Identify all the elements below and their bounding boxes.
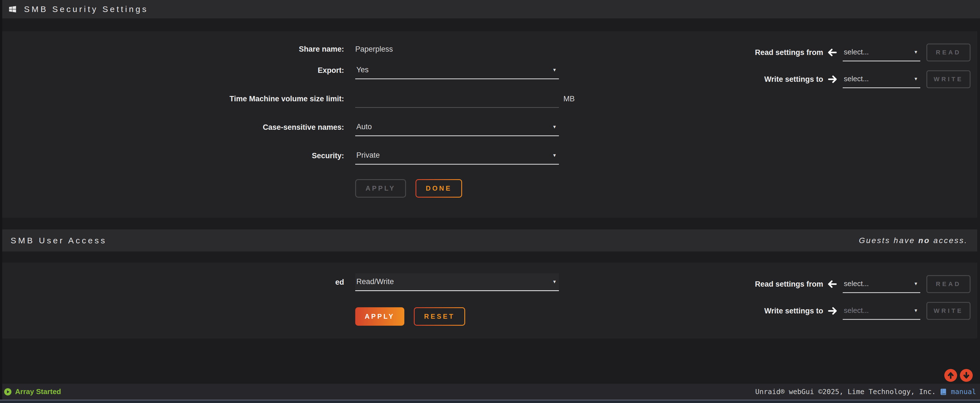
read-settings-select-value: select... (844, 48, 869, 56)
copyright-text: Unraid® webGui ©2025, Lime Technology, I… (755, 388, 935, 396)
page-title: SMB Security Settings (24, 5, 148, 14)
share-name-label: Share name: (2, 45, 344, 54)
read-settings-row: Read settings from select... ▼ READ (755, 43, 970, 61)
footer-credits: Unraid® webGui ©2025, Lime Technology, I… (755, 388, 976, 396)
write-button[interactable]: WRITE (926, 302, 970, 320)
user-access-title: SMB User Access (11, 236, 107, 245)
security-row: Security: Private ▼ (2, 147, 977, 165)
done-button[interactable]: DONE (415, 179, 462, 198)
settings-transfer-controls-bottom: Read settings from select... ▼ READ Writ… (755, 275, 970, 320)
smb-user-access-titlebar: SMB User Access Guests have no access. (2, 229, 977, 252)
arrow-right-icon (828, 75, 837, 84)
write-settings-select-value: select... (844, 306, 869, 315)
manual-link[interactable]: manual (951, 388, 976, 396)
write-settings-select[interactable]: select... ▼ (843, 302, 920, 320)
array-status: Array Started (4, 387, 61, 396)
settings-transfer-controls-top: Read settings from select... ▼ READ Writ… (755, 43, 970, 88)
guests-note-pre: Guests have (859, 236, 918, 245)
user-ed-access-value: Read/Write (356, 277, 394, 286)
chevron-down-icon: ▼ (913, 282, 918, 286)
write-settings-label: Write settings to (764, 75, 823, 84)
play-circle-icon (4, 388, 12, 396)
export-select-value: Yes (356, 65, 369, 74)
read-settings-select-value: select... (844, 279, 869, 288)
case-sensitive-select-value: Auto (356, 123, 372, 131)
security-select[interactable]: Private ▼ (355, 147, 559, 165)
write-settings-label: Write settings to (764, 307, 823, 315)
arrow-left-icon (828, 48, 837, 57)
bottom-edge-bar (0, 400, 980, 403)
array-status-text: Array Started (15, 387, 61, 396)
status-footer: Array Started Unraid® webGui ©2025, Lime… (0, 384, 980, 400)
chevron-down-icon: ▼ (552, 280, 557, 284)
security-buttons-row: APPLY DONE (355, 179, 977, 198)
chevron-down-icon: ▼ (913, 77, 918, 81)
read-settings-select[interactable]: select... ▼ (843, 43, 920, 61)
time-machine-field (355, 90, 559, 108)
smb-user-access-panel: ed Read/Write ▼ APPLY RESET Read setting… (2, 263, 977, 339)
scroll-to-bottom-button[interactable] (960, 369, 973, 382)
read-settings-label: Read settings from (755, 280, 823, 288)
share-name-value: Paperpless (355, 40, 559, 58)
security-select-value: Private (356, 151, 380, 159)
time-machine-label: Time Machine volume size limit: (2, 95, 344, 103)
arrow-down-icon (962, 371, 970, 379)
case-sensitive-row: Case-sensitive names: Auto ▼ (2, 118, 977, 136)
user-ed-access-select[interactable]: Read/Write ▼ (355, 273, 559, 291)
book-icon (940, 388, 947, 395)
chevron-down-icon: ▼ (913, 50, 918, 54)
smb-security-settings-titlebar: SMB Security Settings (0, 0, 980, 18)
user-ed-label: ed (2, 278, 344, 287)
windows-smb-icon (8, 5, 17, 13)
apply-button[interactable]: APPLY (355, 307, 404, 326)
export-label: Export: (2, 66, 344, 75)
page-left-edge (0, 0, 2, 400)
scroll-controls (944, 369, 973, 382)
guests-access-note: Guests have no access. (859, 236, 968, 245)
security-label: Security: (2, 151, 344, 160)
arrow-right-icon (828, 306, 837, 315)
read-button[interactable]: READ (926, 43, 970, 61)
case-sensitive-label: Case-sensitive names: (2, 123, 344, 132)
chevron-down-icon: ▼ (913, 308, 918, 313)
time-machine-size-input[interactable] (355, 90, 559, 107)
arrow-up-icon (947, 371, 955, 379)
case-sensitive-select[interactable]: Auto ▼ (355, 118, 559, 136)
guests-note-post: access. (930, 236, 968, 245)
time-machine-unit: MB (563, 95, 575, 103)
chevron-down-icon: ▼ (552, 125, 557, 129)
smb-security-settings-panel: Share name: Paperpless Export: Yes ▼ Tim… (2, 31, 977, 218)
chevron-down-icon: ▼ (552, 153, 557, 158)
write-button[interactable]: WRITE (926, 70, 970, 88)
scroll-to-top-button[interactable] (944, 369, 957, 382)
write-settings-select-value: select... (844, 75, 869, 83)
apply-button[interactable]: APPLY (355, 179, 406, 198)
chevron-down-icon: ▼ (552, 68, 557, 72)
read-button[interactable]: READ (926, 275, 970, 293)
reset-button[interactable]: RESET (414, 307, 465, 326)
arrow-left-icon (828, 279, 837, 289)
export-select[interactable]: Yes ▼ (355, 61, 559, 79)
guests-note-emphasis: no (918, 236, 930, 245)
read-settings-label: Read settings from (755, 48, 823, 57)
write-settings-select[interactable]: select... ▼ (843, 70, 920, 88)
read-settings-select[interactable]: select... ▼ (843, 275, 920, 293)
write-settings-row: Write settings to select... ▼ WRITE (755, 70, 970, 88)
write-settings-row: Write settings to select... ▼ WRITE (755, 302, 970, 320)
time-machine-row: Time Machine volume size limit: MB (2, 90, 977, 108)
read-settings-row: Read settings from select... ▼ READ (755, 275, 970, 293)
